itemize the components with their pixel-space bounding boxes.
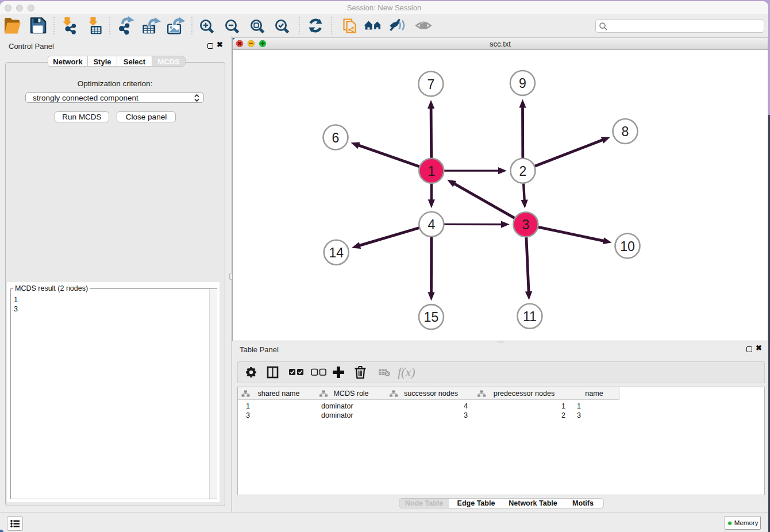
svg-text:MCDS role: MCDS role [333,390,368,398]
svg-text:shared name: shared name [258,390,300,398]
svg-text:predecessor nodes: predecessor nodes [494,390,555,398]
svg-text:15: 15 [424,310,439,325]
svg-text:1: 1 [428,164,435,179]
svg-text:f(x): f(x) [398,365,415,379]
svg-text:2: 2 [519,164,527,179]
svg-text:10: 10 [620,239,635,254]
svg-text:8: 8 [622,124,629,139]
svg-text:11: 11 [523,309,537,324]
svg-text:9: 9 [519,76,526,91]
svg-text:3: 3 [522,217,530,232]
svg-text:4: 4 [428,217,435,232]
svg-text:7: 7 [427,77,434,92]
svg-text:14: 14 [329,245,344,260]
svg-text:6: 6 [332,130,340,145]
svg-text:successor nodes: successor nodes [404,390,458,398]
